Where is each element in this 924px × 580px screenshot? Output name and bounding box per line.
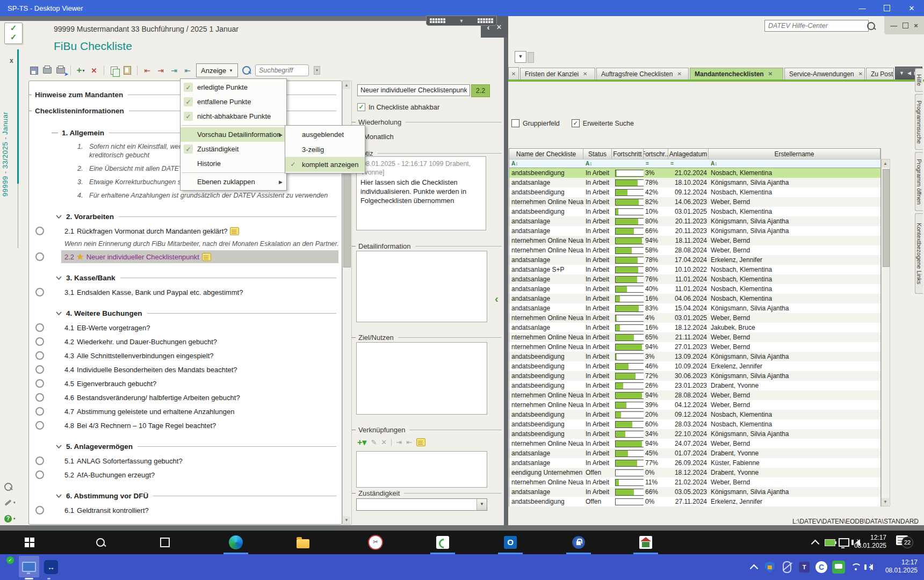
checklist-item[interactable]: 4.6Bestandsveränderung/ halbfertige Arbe… — [29, 390, 342, 404]
item-radio[interactable] — [35, 365, 44, 374]
keepass-icon[interactable] — [571, 534, 587, 550]
gruppierfeld-checkbox[interactable]: Gruppierfeld — [511, 119, 560, 127]
chevron-down-icon[interactable]: ▼ — [477, 499, 487, 510]
app-minimize-icon[interactable]: — — [890, 21, 897, 30]
table-row[interactable]: andatsanlageIn Arbeit83%15.04.2024Königs… — [509, 303, 880, 313]
scroll-down-icon[interactable]: ▼ — [343, 516, 350, 524]
help-icon[interactable]: ?▾ — [4, 513, 16, 524]
task-view-icon[interactable] — [157, 534, 173, 550]
table-row[interactable]: nternehmen Online Neuanla...In Arbeit11%… — [509, 477, 880, 487]
scroll-up-icon[interactable]: ▲ — [882, 160, 889, 168]
table-row[interactable]: andatsbeendigungOffen0%27.11.2024Erkelen… — [509, 497, 880, 506]
side-tab-programmsuche[interactable]: Programmsuche — [915, 94, 923, 150]
note-icon[interactable] — [202, 253, 211, 261]
tray-expand-icon[interactable] — [746, 559, 762, 575]
checklist-group-header[interactable]: 3. Kasse/Bank — [29, 270, 342, 285]
table-row[interactable]: nternehmen Online Neuanla...In Arbeit58%… — [509, 245, 880, 255]
column-header-1[interactable]: Name der Checkliste — [509, 149, 583, 159]
scroll-up-icon[interactable]: ▲ — [343, 81, 350, 89]
checklist-group-header[interactable]: 6. Abstimmung vor DFÜ — [29, 488, 342, 503]
print-export-icon[interactable]: ➤ — [56, 66, 66, 75]
table-row[interactable]: andatsbeendigungIn Arbeit46%10.09.2024Er… — [509, 361, 880, 371]
checklist-item[interactable]: 4.4Individuelle Besonderheiten des Manda… — [29, 363, 342, 376]
chevron-down-icon[interactable] — [56, 494, 63, 498]
tab-close-icon[interactable]: ✕ — [511, 71, 516, 77]
side-tab-close-icon[interactable]: x — [10, 57, 13, 64]
tray-clock[interactable]: 12:17 08.01.2025 — [885, 559, 918, 575]
item-radio[interactable] — [35, 456, 44, 465]
teams-icon[interactable]: T✓ — [0, 559, 13, 575]
verknuepfungen-box[interactable] — [356, 451, 487, 488]
tab-close-icon[interactable]: ✕ — [858, 71, 863, 77]
chevron-down-icon[interactable] — [56, 311, 63, 315]
equals-filter-icon[interactable]: = — [644, 161, 668, 166]
maximize-button[interactable] — [875, 0, 899, 16]
tab-service-anwendungen[interactable]: Service-Anwendungen✕ — [784, 68, 865, 79]
add-link-icon[interactable]: +▾ — [357, 437, 366, 447]
submenu-item[interactable]: ausgeblendet — [285, 127, 365, 142]
scroll-down-icon[interactable]: ▼ — [882, 498, 889, 506]
table-row[interactable]: andatsbeendigungIn Arbeit60%28.03.2024No… — [509, 419, 880, 429]
quick-search-icon[interactable] — [4, 481, 16, 492]
table-row[interactable]: nternehmen Online Neuanla...In Arbeit94%… — [509, 236, 880, 245]
table-row[interactable]: andatsanlageIn Arbeit77%26.09.2024Küster… — [509, 458, 880, 468]
chevron-down-icon[interactable] — [56, 276, 63, 280]
menu-item[interactable]: Ebenen zuklappen▶ — [181, 175, 286, 189]
table-row[interactable]: andatsanlageIn Arbeit45%01.07.2024Draben… — [509, 448, 880, 458]
table-row[interactable]: andatsbeendigungIn Arbeit3%13.09.2024Kön… — [509, 352, 880, 361]
link-outdent-icon[interactable]: ⇤ — [406, 438, 412, 446]
table-row[interactable]: andatsbeendigungIn Arbeit26%23.01.2023Dr… — [509, 381, 880, 390]
sync-app-icon[interactable]: C — [813, 559, 829, 575]
table-row[interactable]: andatsanlageIn Arbeit40%11.01.2024Nosbac… — [509, 284, 880, 294]
table-row[interactable]: nternehmen Online Neuanla...In Arbeit94%… — [509, 342, 880, 352]
item-radio[interactable] — [35, 407, 44, 416]
item-title-input[interactable] — [357, 84, 470, 96]
datev-arbeitsplatz-icon[interactable] — [638, 534, 654, 550]
tab-prev-icon[interactable]: ◀ — [907, 70, 911, 76]
note-icon[interactable] — [230, 227, 239, 235]
outdent-icon[interactable]: ⇤ — [183, 66, 192, 75]
item-radio[interactable] — [35, 351, 44, 360]
erweiterte-suche-checkbox[interactable]: ✓ Erweiterte Suche — [572, 119, 634, 127]
checklist-item[interactable]: 4.2Wiederkehr. und Dauer-Buchungen gebuc… — [29, 335, 342, 349]
column-header-4[interactable]: Fortschr... — [644, 149, 668, 159]
checklist-group-header[interactable]: 4. Weitere Buchungen — [29, 306, 342, 321]
table-filter-row[interactable]: A↕A↕==A↕ — [509, 159, 881, 168]
column-header-2[interactable]: Status — [583, 149, 612, 159]
table-row[interactable]: andatsanlageIn Arbeit76%11.01.2024Nosbac… — [509, 274, 880, 284]
table-row[interactable]: andatsbeendigungIn Arbeit34%22.10.2024Kö… — [509, 429, 880, 439]
item-radio[interactable] — [35, 379, 44, 388]
submenu-item[interactable]: 3-zeilig — [285, 142, 365, 157]
checklist-item[interactable]: 4.7Abstimmung geleistete und erhaltene A… — [29, 404, 342, 418]
panel-close-icon[interactable]: ✕ — [496, 23, 502, 31]
paste-icon[interactable] — [122, 66, 132, 75]
checklist-group-header[interactable]: 5. Anlagevermögen — [29, 439, 342, 454]
detailinformation-box[interactable] — [356, 251, 487, 322]
column-header-5[interactable]: Anlagedatum — [668, 149, 709, 159]
item-radio[interactable] — [35, 288, 44, 296]
delete-link-icon[interactable]: ✕ — [381, 438, 387, 446]
hilfe-center-input[interactable] — [764, 20, 869, 32]
menu-item[interactable]: ✓nicht-abhakbare Punkte — [181, 109, 286, 124]
wifi-icon[interactable] — [848, 559, 864, 575]
zustaendigkeit-select[interactable]: ▼ — [356, 498, 487, 511]
sort-filter-icon[interactable]: A↕ — [709, 161, 880, 166]
item-radio[interactable] — [35, 506, 44, 514]
item-radio[interactable] — [35, 227, 44, 235]
checklist-item[interactable]: 4.5Eigenverbrauch gebucht? — [29, 376, 342, 390]
table-row[interactable]: eendigung Unternehmen bei...Offen0%18.12… — [509, 468, 880, 477]
table-row[interactable]: nternehmen Online Neuanla...In Arbeit65%… — [509, 332, 880, 342]
item-radio[interactable] — [35, 393, 44, 402]
edge-icon[interactable] — [228, 534, 244, 550]
start-button[interactable] — [21, 534, 38, 550]
side-tab-kontextbezogene-links[interactable]: Kontextbezogene Links — [915, 213, 923, 294]
abhakbar-checkbox-row[interactable]: ✓ In Checkliste abhakbar — [357, 103, 439, 111]
table-row[interactable]: nternehmen Online Neuanla...In Arbeit94%… — [509, 439, 880, 448]
table-row[interactable]: andatsanlageIn Arbeit78%17.04.2024Erkele… — [509, 255, 880, 265]
table-row[interactable]: andatsanlageIn Arbeit66%03.05.2023Königs… — [509, 487, 880, 497]
checklist-item[interactable]: 5.2AfA-Buchungen erzeugt? — [29, 468, 342, 482]
table-row[interactable]: andatsanlageIn Arbeit78%18.10.2024Königs… — [509, 178, 880, 187]
menu-item[interactable]: ✓entfallene Punkte — [181, 95, 286, 109]
print-icon[interactable] — [42, 66, 52, 75]
tab-close-icon[interactable]: ✕ — [677, 71, 681, 77]
